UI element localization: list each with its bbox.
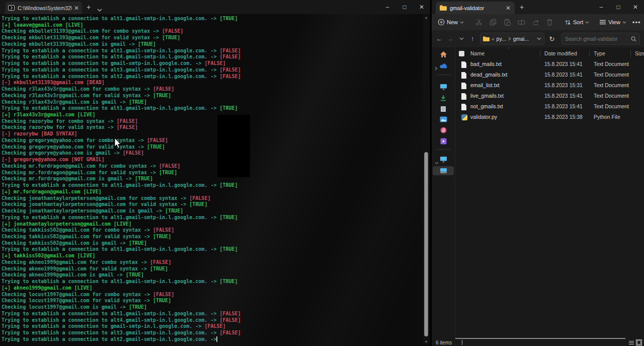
sidebar-divider xyxy=(436,75,451,75)
details-view-icon[interactable] xyxy=(628,339,634,345)
search-icon xyxy=(631,36,636,42)
view-button[interactable]: View xyxy=(597,19,628,25)
chevron-down-icon xyxy=(585,21,589,24)
rename-icon[interactable] xyxy=(518,19,525,26)
new-button[interactable]: New xyxy=(436,19,466,26)
breadcrumb[interactable]: « py... gmai... xyxy=(480,33,544,45)
close-button[interactable]: ✕ xyxy=(413,0,430,14)
sidebar-item-music[interactable] xyxy=(433,125,454,134)
terminal-line: [+] akneo1999@gmail.com [LIVE] xyxy=(2,285,422,292)
back-icon[interactable]: ← xyxy=(434,33,445,44)
terminal-line: [+] r3lax43v3r@gmail.com [LIVE] xyxy=(2,112,422,118)
large-icons-view-icon[interactable] xyxy=(636,339,642,345)
terminal-line: Checking ekbullet31393@gmail.com for com… xyxy=(2,28,422,35)
forward-icon[interactable]: → xyxy=(445,33,456,44)
paste-icon[interactable] xyxy=(504,19,511,26)
terminal-line: Checking akneo1999@gmail.com is gmail ->… xyxy=(2,272,422,279)
tab-close-icon[interactable]: ✕ xyxy=(506,5,511,12)
cut-icon[interactable] xyxy=(475,19,482,26)
sidebar-item-desktop[interactable] xyxy=(433,82,454,91)
terminal-line: Trying to establish a connection to alt1… xyxy=(2,105,422,112)
copy-icon[interactable] xyxy=(490,19,497,26)
share-icon[interactable] xyxy=(532,19,539,26)
sidebar-item-home[interactable] xyxy=(433,50,454,59)
file-date-modified: 15.8.2023 15:41 xyxy=(544,61,583,67)
tab-dropdown-icon[interactable] xyxy=(97,5,102,14)
breadcrumb-segment[interactable]: gmai... xyxy=(513,36,529,42)
file-row[interactable]: email_list.txt15.8.2023 15:31Text Docume… xyxy=(455,81,644,91)
new-tab-button[interactable]: + xyxy=(520,4,524,11)
sidebar-item-network[interactable] xyxy=(433,166,454,175)
sidebar-item-documents[interactable] xyxy=(433,104,454,113)
address-dropdown-icon[interactable] xyxy=(537,37,541,40)
terminal-line: Checking gregorye@yahoo.com is gmail -> … xyxy=(2,150,422,157)
terminal-line: Checking takkiss502@gmail.com for valid … xyxy=(2,234,422,240)
minimize-button[interactable]: – xyxy=(379,0,396,14)
file-name: validator.py xyxy=(470,114,497,120)
terminal-line: [-] gregorye@yahoo.com [NOT GMAIL] xyxy=(2,157,422,163)
explorer-tab[interactable]: gmail-validator ✕ xyxy=(436,2,515,14)
up-icon[interactable]: ↑ xyxy=(467,33,478,44)
music-icon xyxy=(440,127,447,133)
sidebar-item-onedrive[interactable] xyxy=(433,61,454,70)
terminal-line: Checking ekbullet31393@gmail.com is gmai… xyxy=(2,41,422,48)
terminal-line: Trying to establish a connection to alt1… xyxy=(2,48,422,54)
file-type: Text Document xyxy=(594,82,629,88)
column-divider[interactable] xyxy=(630,50,631,57)
column-divider[interactable] xyxy=(589,50,590,57)
explorer-statusbar: 6 items xyxy=(432,339,644,346)
explorer-tabbar: gmail-validator ✕ + – □ ✕ xyxy=(432,0,644,14)
documents-icon xyxy=(440,106,446,112)
file-row[interactable]: not_gmails.txt15.8.2023 15:41Text Docume… xyxy=(455,102,644,112)
more-options-icon[interactable]: ••• xyxy=(632,19,641,26)
terminal-tab[interactable]: C:\Windows\System32\cmd.e ✕ xyxy=(5,2,82,14)
terminal-line: Checking jonathantaylorpeterson@gmail.co… xyxy=(2,208,422,215)
terminal-scrollbar[interactable]: ▲ ▼ xyxy=(423,15,429,344)
scrollbar-thumb[interactable] xyxy=(424,152,428,336)
terminal-line: Checking r3lax43v3r@gmail.com for combo … xyxy=(2,86,422,93)
explorer-addressbar: ← → ↑ « py... gmai... ↻ xyxy=(432,30,644,47)
terminal-content[interactable]: Trying to establish a connection to alt1… xyxy=(0,14,430,346)
tab-close-icon[interactable]: ✕ xyxy=(74,5,79,12)
sidebar-item-pictures[interactable] xyxy=(433,115,454,124)
horizontal-scrollbar[interactable] xyxy=(455,338,625,339)
terminal-line: [+] takkiss502@gmail.com [LIVE] xyxy=(2,253,422,259)
chevron-down-icon xyxy=(460,21,464,24)
search-box[interactable] xyxy=(561,33,640,45)
file-row[interactable]: validator.py15.8.2023 15:38Python File xyxy=(455,112,644,123)
file-row[interactable]: dead_gmails.txt15.8.2023 15:41Text Docum… xyxy=(455,70,644,81)
search-input[interactable] xyxy=(565,36,631,42)
terminal-line: Checking mr.fordragon@gmail.com for vali… xyxy=(2,170,422,176)
file-date-modified: 15.8.2023 15:41 xyxy=(544,93,583,99)
column-header-name[interactable]: Name xyxy=(470,50,485,56)
breadcrumb-overflow[interactable]: « xyxy=(492,36,495,42)
scroll-up-icon[interactable]: ▲ xyxy=(423,16,429,19)
column-header-size[interactable]: Size xyxy=(635,50,644,56)
select-all-checkbox[interactable] xyxy=(459,51,464,56)
scroll-down-icon[interactable]: ▼ xyxy=(423,340,429,343)
terminal-line: Trying to establish a connection to alt1… xyxy=(2,311,422,317)
column-header-date-modified[interactable]: Date modified xyxy=(544,50,577,56)
refresh-icon[interactable]: ↻ xyxy=(546,33,557,45)
view-button-label: View xyxy=(608,19,620,25)
terminal-line: Trying to establish a connection to alt4… xyxy=(2,317,422,324)
sort-button[interactable]: Sort xyxy=(562,19,591,26)
column-divider[interactable] xyxy=(540,50,540,57)
close-button[interactable]: ✕ xyxy=(627,0,644,14)
delete-icon[interactable] xyxy=(546,19,553,26)
new-button-label: New xyxy=(447,19,458,25)
file-row[interactable]: live_gmails.txt15.8.2023 15:41Text Docum… xyxy=(455,91,644,102)
file-row[interactable]: bad_mails.txt15.8.2023 15:41Text Documen… xyxy=(455,59,644,70)
new-tab-button[interactable]: + xyxy=(87,4,91,11)
terminal-line: Checking akneo1999@gmail.com for combo s… xyxy=(2,259,422,266)
sidebar-item-this-pc[interactable] xyxy=(433,155,454,164)
breadcrumb-segment[interactable]: py... xyxy=(497,36,506,42)
sidebar-item-videos[interactable] xyxy=(433,136,454,146)
terminal-line: [-] ekbullet31393@gmail.com [DEAD] xyxy=(2,80,422,86)
sidebar-item-downloads[interactable] xyxy=(433,93,454,102)
recent-locations-icon[interactable] xyxy=(456,33,467,44)
minimize-button[interactable]: – xyxy=(593,0,610,14)
maximize-button[interactable]: □ xyxy=(396,0,413,14)
maximize-button[interactable]: □ xyxy=(610,0,627,14)
column-header-type[interactable]: Type xyxy=(594,50,605,56)
